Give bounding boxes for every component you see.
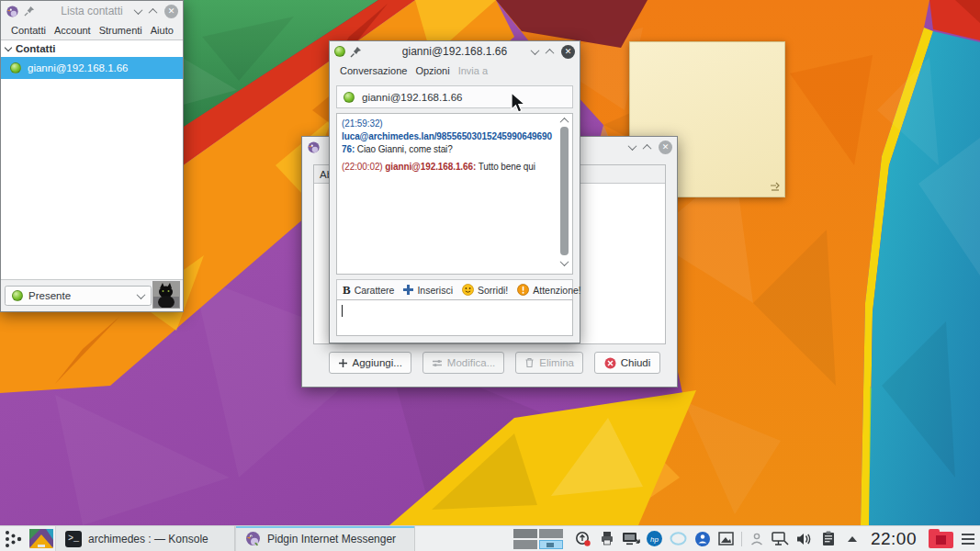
launcher-icon bbox=[4, 528, 24, 550]
window-shade-icon[interactable] bbox=[531, 46, 540, 55]
contact-group-row[interactable]: Contatti bbox=[1, 40, 183, 57]
task-label: archimedes : — Konsole bbox=[88, 533, 208, 545]
tray-icon-hp[interactable]: hp bbox=[646, 530, 664, 548]
pin-icon bbox=[350, 46, 362, 58]
attention-button[interactable]: Attenzione! bbox=[517, 284, 581, 296]
close-icon[interactable]: ✕ bbox=[164, 5, 178, 18]
buddy-list-titlebar[interactable]: Lista contatti ✕ bbox=[1, 1, 183, 21]
contact-name: gianni@192.168.1.66 bbox=[28, 62, 129, 73]
plus-icon bbox=[338, 358, 348, 368]
tray-separator bbox=[741, 532, 742, 546]
tray-icon-screen-share[interactable] bbox=[772, 530, 790, 548]
maximize-icon[interactable] bbox=[546, 48, 555, 57]
desktop-3[interactable] bbox=[513, 540, 537, 549]
chevron-down-icon bbox=[137, 290, 146, 299]
status-available-icon bbox=[12, 290, 23, 301]
tray-icon-oval[interactable] bbox=[670, 530, 688, 548]
tray-icon-update-notifier[interactable] bbox=[574, 530, 592, 548]
tray-icon-printer[interactable] bbox=[598, 530, 616, 548]
buddy-list-window[interactable]: Lista contatti ✕ Contatti Account Strume… bbox=[0, 0, 184, 312]
trash-icon bbox=[524, 357, 535, 368]
tray-icon-screen-capture[interactable] bbox=[622, 530, 640, 548]
maximize-icon[interactable] bbox=[643, 143, 652, 152]
task-konsole[interactable]: >_ archimedes : — Konsole bbox=[55, 526, 235, 551]
formatting-toolbar: B Carattere Inserisci Sorridi! Attenzion… bbox=[336, 279, 573, 299]
smile-button[interactable]: Sorridi! bbox=[462, 284, 508, 296]
menu-account[interactable]: Account bbox=[54, 25, 91, 36]
task-label: Pidgin Internet Messenger bbox=[267, 533, 396, 545]
buddy-icon-avatar[interactable] bbox=[152, 281, 180, 309]
chevron-down-icon bbox=[5, 43, 12, 51]
window-shade-icon[interactable] bbox=[134, 6, 143, 15]
pin-icon bbox=[24, 6, 35, 17]
close-icon[interactable]: ✕ bbox=[659, 141, 672, 154]
app-launcher-button[interactable] bbox=[0, 526, 28, 551]
close-window-button[interactable]: Chiudi bbox=[594, 352, 660, 374]
clock[interactable]: 22:00 bbox=[867, 529, 920, 549]
contact-row-selected[interactable]: gianni@192.168.1.66 bbox=[1, 57, 183, 79]
add-account-button[interactable]: Aggiungi... bbox=[329, 352, 411, 374]
maximize-icon[interactable] bbox=[149, 7, 158, 17]
text-caret bbox=[342, 305, 343, 317]
virtual-desktop-pager[interactable] bbox=[513, 529, 563, 549]
chat-message: (21:59:32) luca@archimedes.lan/985565030… bbox=[342, 118, 556, 156]
chat-titlebar[interactable]: gianni@192.168.1.66 ✕ bbox=[330, 41, 580, 62]
status-bar: Presente bbox=[1, 280, 183, 311]
font-button[interactable]: B Carattere bbox=[343, 283, 394, 298]
tray-icon-image-frame[interactable] bbox=[717, 530, 736, 548]
delete-account-button[interactable]: Elimina bbox=[515, 352, 583, 374]
menu-invia-a[interactable]: Invia a bbox=[458, 65, 488, 76]
smiley-icon bbox=[462, 284, 474, 296]
menu-conversazione[interactable]: Conversazione bbox=[340, 65, 407, 76]
buddy-infopane: gianni@192.168.1.66 bbox=[336, 85, 573, 108]
desktop-preview-button[interactable] bbox=[28, 526, 55, 551]
pidgin-icon bbox=[245, 531, 261, 546]
scroll-down-icon[interactable] bbox=[560, 257, 569, 266]
contact-list[interactable]: Contatti gianni@192.168.1.66 bbox=[1, 39, 183, 280]
pidgin-icon bbox=[6, 5, 19, 18]
tray-expander-icon[interactable] bbox=[843, 530, 862, 548]
menu-aiuto[interactable]: Aiuto bbox=[151, 25, 174, 36]
status-available-icon bbox=[334, 46, 345, 57]
desktop-preview-icon bbox=[29, 529, 53, 548]
scrollbar-thumb[interactable] bbox=[560, 127, 569, 255]
task-pidgin[interactable]: Pidgin Internet Messenger bbox=[235, 526, 415, 551]
buddy-name: gianni@192.168.1.66 bbox=[362, 92, 463, 103]
close-circle-icon bbox=[604, 357, 616, 369]
tray-icon-clipboard[interactable] bbox=[819, 530, 838, 548]
desktop-4-active[interactable] bbox=[539, 540, 563, 549]
panel-menu-icon[interactable] bbox=[962, 534, 974, 545]
note-resize-icon[interactable] bbox=[770, 180, 781, 193]
konsole-icon: >_ bbox=[65, 531, 82, 547]
desktop-1[interactable] bbox=[513, 529, 537, 538]
chat-menubar: Conversazione Opzioni Invia a bbox=[330, 62, 580, 80]
modify-account-button[interactable]: Modifica... bbox=[422, 352, 504, 374]
status-available-icon bbox=[344, 92, 355, 103]
status-available-icon bbox=[10, 62, 21, 73]
taskbar-panel: >_ archimedes : — Konsole Pidgin Interne… bbox=[0, 525, 980, 551]
plus-icon bbox=[403, 285, 413, 295]
insert-button[interactable]: Inserisci bbox=[403, 285, 453, 296]
message-input[interactable] bbox=[336, 299, 573, 336]
sliders-icon bbox=[432, 358, 443, 368]
tray-icon-contacts[interactable] bbox=[693, 530, 712, 548]
conversation-history[interactable]: (21:59:32) luca@archimedes.lan/985565030… bbox=[336, 113, 573, 275]
menu-strumenti[interactable]: Strumenti bbox=[99, 25, 142, 36]
svg-text:hp: hp bbox=[651, 535, 659, 544]
bold-icon: B bbox=[343, 283, 351, 298]
status-selector[interactable]: Presente bbox=[5, 286, 152, 306]
tray-icon-volume[interactable] bbox=[795, 530, 814, 548]
tray-icon-user[interactable] bbox=[748, 530, 766, 548]
chat-window[interactable]: gianni@192.168.1.66 ✕ Conversazione Opzi… bbox=[329, 40, 580, 343]
menu-opzioni[interactable]: Opzioni bbox=[415, 65, 449, 76]
red-folder-icon[interactable] bbox=[929, 529, 953, 548]
pidgin-icon bbox=[307, 141, 321, 154]
close-icon[interactable]: ✕ bbox=[561, 45, 575, 59]
menu-contatti[interactable]: Contatti bbox=[11, 25, 46, 36]
window-shade-icon[interactable] bbox=[628, 141, 637, 151]
desktop-2[interactable] bbox=[539, 529, 563, 538]
scroll-up-icon[interactable] bbox=[560, 118, 569, 127]
group-label: Contatti bbox=[16, 43, 55, 54]
conversation-scrollbar[interactable] bbox=[558, 116, 570, 272]
attention-icon bbox=[517, 284, 529, 296]
